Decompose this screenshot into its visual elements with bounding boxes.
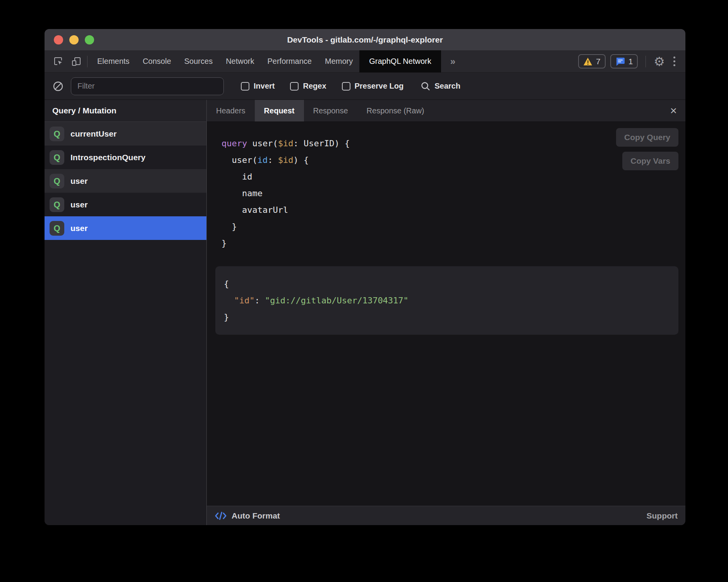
kebab-menu-icon[interactable] [670,54,679,68]
issues-badge[interactable]: 1 [610,54,638,68]
query-name: IntrospectionQuery [70,153,146,162]
auto-format-button[interactable]: Auto Format [215,511,280,520]
preserve-log-label: Preserve Log [355,82,404,91]
regex-checkbox[interactable]: Regex [290,82,326,91]
devtools-tab-strip: Elements Console Sources Network Perform… [91,50,465,72]
filter-input[interactable] [71,77,224,95]
query-variables-box: { "id": "gid://gitlab/User/13704317"} [215,266,678,335]
query-name: user [70,176,88,186]
tab-graphql-network[interactable]: GraphQL Network [359,50,441,72]
devtools-window: DevTools - gitlab.com/-/graphql-explorer… [45,29,685,525]
query-list-item[interactable]: Q user [45,169,206,193]
copy-query-button[interactable]: Copy Query [616,128,678,147]
warnings-badge[interactable]: 7 [578,54,606,68]
warning-icon [583,57,592,66]
panel-footer: Auto Format Support [207,506,685,525]
inspect-element-icon[interactable] [51,54,66,69]
tab-response[interactable]: Response [304,100,357,122]
filter-bar: Invert Regex Preserve Log Search [45,73,685,100]
warning-count: 7 [596,57,601,66]
tab-request[interactable]: Request [255,100,304,122]
clear-block-icon[interactable] [52,80,64,92]
tab-elements[interactable]: Elements [91,50,136,72]
query-list-item[interactable]: Q currentUser [45,122,206,146]
query-type-badge: Q [50,127,64,141]
close-panel-icon[interactable]: × [661,100,685,122]
tab-console[interactable]: Console [136,50,177,72]
window-title: DevTools - gitlab.com/-/graphql-explorer [287,35,443,45]
query-type-badge: Q [50,174,64,188]
checkbox-box [290,82,299,91]
copy-vars-button[interactable]: Copy Vars [622,152,678,170]
query-list-item-selected[interactable]: Q user [45,216,206,240]
zoom-window-button[interactable] [85,35,94,45]
graphql-query-code: query user($id: UserID) { user(id: $id) … [221,135,678,252]
tab-sources[interactable]: Sources [178,50,219,72]
settings-gear-icon[interactable]: ⚙ [654,55,665,68]
query-list-item[interactable]: Q user [45,193,206,216]
toolbar-separator [646,56,646,67]
search-icon [421,81,431,91]
query-type-badge: Q [50,150,64,165]
query-name: currentUser [70,129,117,139]
tab-memory[interactable]: Memory [318,50,359,72]
query-list-sidebar: Query / Mutation Q currentUser Q Introsp… [45,100,207,525]
title-bar: DevTools - gitlab.com/-/graphql-explorer [45,29,685,50]
device-toolbar-icon[interactable] [69,54,84,69]
query-type-badge: Q [50,197,64,212]
devtools-toolbar: Elements Console Sources Network Perform… [45,50,685,73]
search-toggle[interactable]: Search [421,81,460,91]
sidebar-header: Query / Mutation [45,100,206,122]
close-window-button[interactable] [54,35,63,45]
message-icon [615,57,625,66]
invert-checkbox[interactable]: Invert [241,82,275,91]
detail-panel: Headers Request Response Response (Raw) … [207,100,685,525]
preserve-log-checkbox[interactable]: Preserve Log [342,82,404,91]
request-content: Copy Query Copy Vars query user($id: Use… [207,122,685,506]
tab-network[interactable]: Network [219,50,261,72]
support-link[interactable]: Support [647,511,678,520]
detail-tab-strip: Headers Request Response Response (Raw) … [207,100,685,122]
issues-count: 1 [628,57,633,66]
search-label: Search [434,82,460,91]
code-icon [215,511,227,520]
toolbar-separator [87,56,88,67]
query-type-badge: Q [50,221,64,236]
tab-headers[interactable]: Headers [207,100,255,122]
regex-label: Regex [303,82,326,91]
minimize-window-button[interactable] [69,35,79,45]
checkbox-box [342,82,350,91]
checkbox-box [241,82,249,91]
traffic-lights [54,29,94,50]
more-tabs-chevron-icon[interactable]: » [441,50,465,72]
main-split: Query / Mutation Q currentUser Q Introsp… [45,100,685,525]
auto-format-label: Auto Format [232,511,280,520]
tab-performance[interactable]: Performance [261,50,319,72]
query-name: user [70,224,88,233]
invert-label: Invert [254,82,275,91]
query-list-item[interactable]: Q IntrospectionQuery [45,146,206,169]
tab-response-raw[interactable]: Response (Raw) [357,100,434,122]
query-name: user [70,200,88,209]
